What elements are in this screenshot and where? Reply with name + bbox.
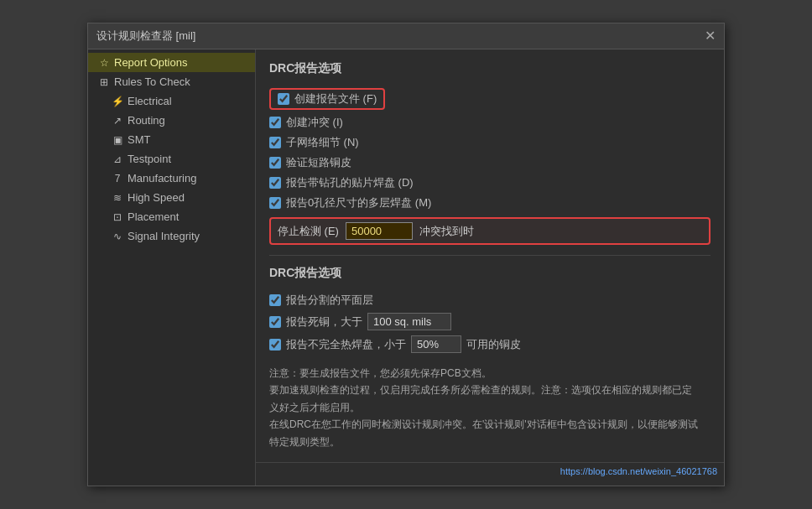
verify-copper-row: 验证短路铜皮 [269,155,710,170]
checkbox-create-report-row: 创建报告文件 (F) [269,88,710,110]
right-panel: DRC报告选项 创建报告文件 (F) 创建冲突 (I) 子网络细节 (N) [256,49,724,462]
report-dead-copper-label: 报告死铜，大于 [286,314,362,330]
notes-area: 注意：要生成报告文件，您必须先保存PCB文档。 要加速规则检查的过程，仅启用完成… [269,365,710,450]
sidebar-item-manufacturing[interactable]: 7Manufacturing [88,169,255,188]
sidebar-item-rules-to-check[interactable]: ⊞Rules To Check [88,72,255,91]
report-pads-drill-label: 报告带钻孔的贴片焊盘 (D) [286,175,414,190]
sidebar-item-report-options[interactable]: ☆Report Options [88,53,255,72]
stop-detect-suffix: 冲突找到时 [419,224,474,239]
verify-copper-checkbox[interactable] [269,157,281,169]
sidebar-item-signal-integrity[interactable]: ∿Signal Integrity [88,226,255,246]
create-report-checkbox[interactable] [278,93,289,105]
report-pads-drill-checkbox[interactable] [269,177,281,189]
dialog-body: ☆Report Options⊞Rules To Check⚡Electrica… [88,49,724,486]
section1-title: DRC报告选项 [269,61,710,80]
sidebar-item-placement[interactable]: ⊡Placement [88,207,255,226]
title-bar: 设计规则检查器 [mil] ✕ [88,23,724,49]
report-planes-label: 报告分割的平面层 [286,293,373,308]
note-2: 要加速规则检查的过程，仅启用完成任务所必需检查的规则。注意：选项仅在相应的规则都… [269,382,710,398]
report-incomplete-pads-label: 报告不完全热焊盘，小于 [286,337,406,352]
dead-copper-input[interactable] [367,313,451,330]
subnet-detail-label: 子网络细节 (N) [286,135,359,150]
rules-to-check-icon: ⊞ [98,76,110,88]
report-planes-checkbox[interactable] [269,294,281,306]
dialog: 设计规则检查器 [mil] ✕ ☆Report Options⊞Rules To… [87,23,725,486]
report-pads-0hole-row: 报告0孔径尺寸的多层焊盘 (M) [269,195,710,210]
left-panel: ☆Report Options⊞Rules To Check⚡Electrica… [88,49,256,486]
create-conflict-checkbox[interactable] [269,117,281,128]
report-incomplete-pads-row: 报告不完全热焊盘，小于 可用的铜皮 [269,335,710,353]
smt-icon: ▣ [112,134,123,146]
section2-title: DRC报告选项 [269,266,710,284]
sidebar-item-routing[interactable]: ↗Routing [88,111,255,130]
report-dead-copper-row: 报告死铜，大于 [269,313,710,330]
dialog-title: 设计规则检查器 [mil] [96,29,195,44]
report-pads-0hole-label: 报告0孔径尺寸的多层焊盘 (M) [286,195,431,210]
high-speed-label: High Speed [128,191,185,204]
create-report-highlighted: 创建报告文件 (F) [269,88,385,110]
electrical-icon: ⚡ [112,96,123,107]
section-divider [269,255,710,256]
stop-detect-label: 停止检测 (E) [278,224,339,239]
report-options-icon: ☆ [98,57,110,69]
placement-icon: ⊡ [112,211,123,223]
subnet-detail-row: 子网络细节 (N) [269,135,710,150]
stop-detect-input[interactable] [346,222,413,240]
sidebar-item-testpoint[interactable]: ⊿Testpoint [88,149,255,169]
copper-suffix-label: 可用的铜皮 [466,337,521,352]
create-report-label: 创建报告文件 (F) [294,91,377,106]
electrical-label: Electrical [128,95,172,107]
sidebar-item-electrical[interactable]: ⚡Electrical [88,91,255,111]
report-planes-row: 报告分割的平面层 [269,293,710,308]
note-4: 在线DRC在您工作的同时检测设计规则冲突。在'设计规则'对话框中包含设计规则，以… [269,416,710,433]
note-1: 注意：要生成报告文件，您必须先保存PCB文档。 [269,365,710,382]
report-dead-copper-checkbox[interactable] [269,316,281,328]
incomplete-pads-input[interactable] [411,335,461,353]
verify-copper-label: 验证短路铜皮 [286,155,351,170]
note-3: 义好之后才能启用。 [269,399,710,416]
high-speed-icon: ≋ [112,192,123,204]
sidebar-item-smt[interactable]: ▣SMT [88,130,255,149]
routing-label: Routing [128,114,165,127]
signal-integrity-icon: ∿ [112,231,123,242]
report-options-label: Report Options [114,56,187,69]
create-conflict-row: 创建冲突 (I) [269,115,710,130]
footer-url: https://blog.csdn.net/weixin_46021768 [256,462,724,480]
sidebar-item-high-speed[interactable]: ≋High Speed [88,188,255,207]
right-panel-wrapper: DRC报告选项 创建报告文件 (F) 创建冲突 (I) 子网络细节 (N) [256,49,724,486]
close-button[interactable]: ✕ [705,29,716,43]
create-conflict-label: 创建冲突 (I) [286,115,343,130]
note-5: 特定规则类型。 [269,434,710,450]
routing-icon: ↗ [112,115,123,127]
report-incomplete-pads-checkbox[interactable] [269,339,281,351]
manufacturing-label: Manufacturing [128,172,196,184]
testpoint-label: Testpoint [128,153,171,165]
testpoint-icon: ⊿ [112,153,123,165]
manufacturing-icon: 7 [112,173,123,184]
placement-label: Placement [128,210,179,223]
report-pads-drill-row: 报告带钻孔的贴片焊盘 (D) [269,175,710,190]
signal-integrity-label: Signal Integrity [128,230,200,242]
rules-to-check-label: Rules To Check [114,75,190,88]
stop-detect-row: 停止检测 (E) 冲突找到时 [269,217,710,245]
subnet-detail-checkbox[interactable] [269,137,281,148]
report-pads-0hole-checkbox[interactable] [269,197,281,209]
smt-label: SMT [128,133,150,146]
